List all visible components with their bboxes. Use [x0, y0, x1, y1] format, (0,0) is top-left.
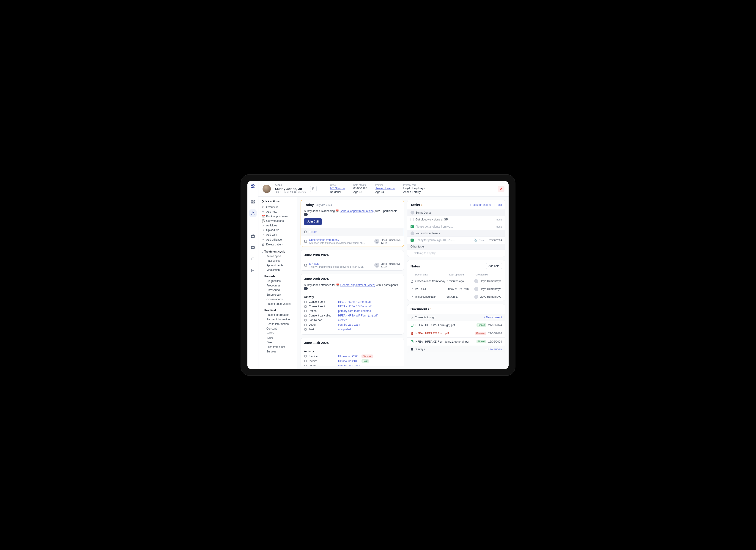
task-row[interactable]: Please get a referral from yo… None: [407, 223, 505, 230]
qa-upload-file[interactable]: ⤓Upload file: [262, 228, 296, 232]
activity-row[interactable]: Lettersent by care team: [301, 364, 404, 366]
svg-rect-1: [253, 200, 254, 201]
note-row[interactable]: IVF-ICSIFriday at 12:27pmLloyd Humphreys: [407, 285, 505, 293]
group-practical[interactable]: Practical: [262, 309, 296, 312]
june28-note-row[interactable]: IVF-ICSI This IVF treatment is being con…: [301, 259, 404, 270]
qa-delete-patient[interactable]: 🗑Delete patient: [262, 242, 296, 247]
add-note-link[interactable]: + Note: [309, 230, 317, 233]
obs-title[interactable]: Observations from today: [309, 238, 373, 241]
nav-patients[interactable]: [249, 209, 257, 217]
qa-add-task[interactable]: ✓Add task: [262, 232, 296, 237]
participant-chip: [304, 287, 308, 291]
activity-row[interactable]: Patientprimary care team updated: [301, 309, 404, 313]
qa-conversations[interactable]: 💬Conversations: [262, 218, 296, 223]
sb-health-information[interactable]: Health information: [266, 323, 296, 326]
document-row[interactable]: HFEA - HFEA WP Form (gn).pdfSigned21/06/…: [407, 321, 505, 329]
task-row[interactable]: Ready for you to sign: HFEA -… 📎 None 20…: [407, 236, 505, 243]
qa-add-note[interactable]: ✎Add note: [262, 209, 296, 214]
nav-analytics[interactable]: [249, 267, 257, 274]
sb-tasks[interactable]: Tasks: [266, 336, 296, 340]
june28-note-title[interactable]: IVF-ICSI: [309, 262, 373, 265]
sb-past-cycles[interactable]: Past cycles: [266, 259, 296, 262]
sb-consent[interactable]: Consent: [266, 327, 296, 330]
close-button[interactable]: ✕: [498, 186, 504, 192]
sb-partner-information[interactable]: Partner information: [266, 318, 296, 321]
qa-add-utilisation[interactable]: ＋Add utilisation: [262, 237, 296, 242]
june28-title: June 28th 2024: [304, 253, 329, 257]
task-link[interactable]: + Task: [494, 203, 502, 206]
sb-patient-observations[interactable]: Patient observations: [266, 302, 296, 306]
june28-author: Lloyd Humphreys: [381, 262, 400, 265]
sb-active-cycle[interactable]: Active cycle: [266, 254, 296, 258]
nav-chat[interactable]: [249, 221, 257, 228]
activity-row[interactable]: Taskcompleted: [301, 327, 404, 332]
svg-rect-10: [305, 301, 307, 303]
activity-row[interactable]: Consent sentHFEA - HEFA RG Form.pdf: [301, 304, 404, 309]
sb-files[interactable]: Files: [266, 341, 296, 344]
task-row[interactable]: Get bloodwork done at GP None: [407, 216, 505, 223]
day-june20-card: June 20th 2024 Sunny Jones attended for …: [301, 274, 404, 335]
documents-title: Documents: [411, 307, 429, 311]
activity-row[interactable]: Consent sentHFEA - HEFA RG Form.pdf: [301, 300, 404, 304]
join-call-button[interactable]: Join Call: [304, 218, 322, 225]
tasks-count: 1: [421, 203, 422, 206]
sb-medication[interactable]: Medication: [266, 268, 296, 271]
activity-row[interactable]: Lab Reportcreated: [301, 318, 404, 323]
task-for-patient-link[interactable]: + Task for patient: [470, 203, 491, 206]
cycle-link[interactable]: IVF Short →: [330, 187, 345, 190]
qa-activities[interactable]: ↗Activities: [262, 223, 296, 228]
note-row[interactable]: Initial consultationon Jun 17Lloyd Humph…: [407, 293, 505, 301]
nav-lab[interactable]: [249, 255, 257, 262]
document-row[interactable]: HFEA - HFEA CD Form (part 1, general).pd…: [407, 337, 505, 346]
sb-ultrasound[interactable]: Ultrasound: [266, 289, 296, 292]
new-consent-link[interactable]: + New consent: [484, 316, 502, 319]
patient-name: Sunny Jones, 38: [275, 187, 306, 191]
qa-overview[interactable]: ⬠Overview: [262, 205, 296, 209]
nav-calendar[interactable]: [249, 232, 257, 240]
dob-label: Date of birth: [353, 184, 367, 186]
author-avatar: [374, 262, 379, 268]
sb-patient-information[interactable]: Patient information: [266, 313, 296, 317]
appointment-link[interactable]: General appointment (video): [340, 209, 375, 213]
sb-embryology[interactable]: Embryology: [266, 293, 296, 296]
observation-row[interactable]: Observations from today Attended with tr…: [301, 236, 404, 246]
activity-row[interactable]: InvoiceUltrasound €100Paid: [301, 359, 404, 364]
flag-button[interactable]: [310, 186, 317, 192]
new-survey-link[interactable]: + New survey: [485, 348, 502, 351]
june20-apt-link[interactable]: General appointment (video): [340, 284, 375, 287]
june11-activity-label: Activity: [301, 348, 404, 354]
june28-time: 12:27: [381, 265, 400, 268]
activity-row[interactable]: Lettersent by care team: [301, 323, 404, 327]
svg-rect-18: [305, 360, 307, 362]
checkbox-icon[interactable]: [411, 218, 414, 221]
svg-rect-14: [305, 319, 307, 321]
obs-sub: Attended with trainee nurse Jameson Pati…: [309, 241, 373, 244]
group-records[interactable]: Records: [262, 275, 296, 278]
june20-title: June 20th 2024: [304, 277, 329, 281]
activity-row[interactable]: Consent cancelledHFEA - HFEA WP Form (gn…: [301, 313, 404, 318]
today-text-pre: Sunny Jones is attending: [304, 209, 335, 213]
nav-dashboard[interactable]: [249, 198, 257, 205]
sb-files-from-chat[interactable]: Files from Chat: [266, 345, 296, 349]
document-row[interactable]: HFEA - HEFA RG Form.pdfOverdue21/06/2024: [407, 329, 505, 337]
activity-row[interactable]: InvoiceUltrasound €300Overdue: [301, 354, 404, 359]
svg-rect-15: [305, 324, 307, 326]
group-treatment[interactable]: Treatment cycle: [262, 250, 296, 253]
obs-time: 12:47: [381, 241, 400, 244]
dob-val: 05/06/1986: [353, 187, 367, 190]
nav-billing[interactable]: [249, 244, 257, 251]
checkbox-done-icon[interactable]: [411, 225, 414, 228]
note-row[interactable]: Observations from today2 minutes agoLloy…: [407, 277, 505, 285]
sb-procedures[interactable]: Procedures: [266, 284, 296, 287]
sb-diagnostics[interactable]: Diagnostics: [266, 280, 296, 283]
sb-appointments[interactable]: Appointments: [266, 264, 296, 267]
checkbox-done-icon[interactable]: [411, 238, 414, 242]
partner-link[interactable]: James Jones →: [375, 187, 395, 190]
sb-notes[interactable]: Notes: [266, 332, 296, 335]
sb-observations[interactable]: Observations: [266, 298, 296, 301]
task-empty: Nothing to display: [407, 249, 505, 257]
qa-book-appointment[interactable]: 📅Book appointment: [262, 214, 296, 218]
add-note-row[interactable]: + Note: [301, 228, 404, 236]
add-note-button[interactable]: Add note: [486, 263, 502, 269]
sb-surveys[interactable]: Surveys: [266, 350, 296, 353]
